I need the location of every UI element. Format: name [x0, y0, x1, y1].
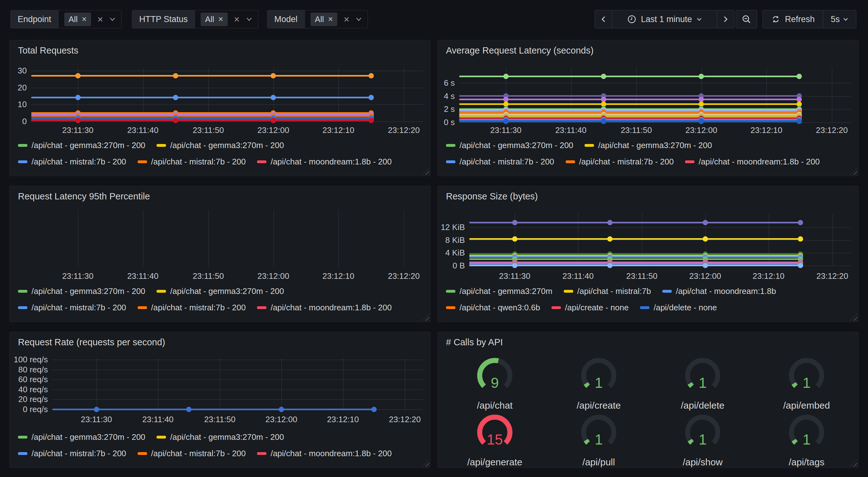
refresh-interval-select[interactable]: 5s [823, 10, 856, 28]
chevron-left-icon [601, 16, 606, 23]
panel-title[interactable]: # Calls by API [446, 337, 503, 348]
legend-item[interactable]: /api/chat - moondream:1.8b - 200 [257, 157, 392, 167]
time-shift-forward-button[interactable] [717, 10, 734, 28]
chevron-down-icon[interactable] [109, 17, 116, 22]
legend-swatch [157, 436, 166, 439]
remove-value-icon[interactable]: × [328, 15, 333, 24]
panel-resize-handle[interactable] [422, 460, 429, 467]
legend-label: /api/chat - moondream:1.8b - 200 [699, 157, 819, 167]
series-point [601, 97, 606, 102]
filter-http-status-value-box[interactable]: All × × [195, 10, 258, 28]
legend-item[interactable]: /api/chat - mistral:7b - 200 [566, 157, 674, 167]
grid-line-horizontal [31, 70, 423, 71]
legend-item[interactable]: /api/chat - mistral:7b - 200 [137, 303, 246, 312]
panel-title[interactable]: Average Request Latency (seconds) [446, 46, 594, 56]
legend: /api/chat - gemma3:270m/api/chat - mistr… [446, 287, 776, 312]
grafana-dashboard: Endpoint All × × HTTP Status All × × Mod [0, 0, 868, 477]
series-point [369, 95, 374, 100]
series-point [601, 119, 606, 124]
legend-label: /api/chat - gemma3:270m - 200 [31, 432, 145, 442]
legend-label: /api/chat - gemma3:270m - 200 [31, 141, 145, 150]
y-axis-tick-label: 80 req/s [10, 364, 48, 375]
clear-selection-icon[interactable]: × [97, 14, 103, 24]
legend-item[interactable]: /api/chat - gemma3:270m - 200 [157, 432, 284, 442]
clear-selection-icon[interactable]: × [344, 14, 349, 24]
filter-http-status-selected-pill[interactable]: All × [200, 12, 228, 26]
remove-value-icon[interactable]: × [218, 15, 223, 24]
panel-title[interactable]: Response Size (bytes) [446, 191, 538, 202]
legend-item[interactable]: /api/chat - gemma3:270m - 200 [446, 141, 573, 150]
y-axis-tick-label: 0 [10, 116, 27, 127]
pill-label: All [315, 14, 324, 24]
series-point [798, 263, 803, 268]
legend-item[interactable]: /api/chat - gemma3:270m - 200 [157, 141, 284, 150]
legend-swatch [552, 306, 561, 309]
legend-row: /api/chat - gemma3:270m - 200/api/chat -… [18, 287, 392, 296]
legend-swatch [564, 290, 573, 293]
legend-item[interactable]: /api/chat - mistral:7b - 200 [137, 157, 246, 167]
x-axis-tick-label: 23:11:50 [608, 125, 664, 136]
refresh-label: Refresh [785, 14, 815, 24]
legend-item[interactable]: /api/chat - gemma3:270m - 200 [585, 141, 712, 150]
time-shift-back-button[interactable] [595, 10, 612, 28]
filter-endpoint-value-box[interactable]: All × × [59, 10, 122, 28]
legend-item[interactable]: /api/chat - gemma3:270m - 200 [18, 141, 145, 150]
series-point [173, 73, 178, 79]
series-point [601, 74, 606, 79]
gauge-api-label: /api/tags [755, 457, 859, 468]
x-axis-tick-label: 23:12:20 [375, 125, 432, 136]
series-point [271, 118, 276, 123]
gauge--api-delete: 1/api/delete [651, 358, 755, 415]
legend-item[interactable]: /api/chat - mistral:7b - 200 [18, 157, 126, 167]
legend-item[interactable]: /api/chat - moondream:1.8b - 200 [685, 157, 819, 167]
filter-model-selected-pill[interactable]: All × [311, 12, 338, 26]
panel-resize-handle[interactable] [422, 168, 429, 175]
x-axis-tick-label: 23:11:40 [115, 125, 171, 136]
panel-title[interactable]: Request Rate (requests per second) [18, 337, 165, 348]
clear-selection-icon[interactable]: × [234, 14, 240, 24]
y-axis-tick-label: 2 s [438, 103, 455, 114]
x-axis-tick-label: 23:12:10 [310, 271, 367, 281]
legend-item[interactable]: /api/chat - moondream:1.8b - 200 [257, 449, 392, 458]
legend-item[interactable]: /api/chat - gemma3:270m - 200 [157, 287, 284, 296]
filter-endpoint-selected-pill[interactable]: All × [64, 12, 91, 26]
legend-item[interactable]: /api/chat - moondream:1.8b [662, 287, 776, 296]
zoom-out-time-button[interactable] [736, 10, 757, 28]
legend-item[interactable]: /api/chat - qwen3:0.6b [446, 303, 540, 312]
panel-resize-handle[interactable] [850, 314, 857, 321]
chevron-down-icon[interactable] [246, 17, 252, 22]
legend-row: /api/chat - mistral:7b - 200/api/chat - … [18, 449, 392, 458]
chevron-down-icon[interactable] [355, 17, 362, 22]
refresh-button[interactable]: Refresh [763, 10, 823, 28]
legend-item[interactable]: /api/chat - mistral:7b - 200 [446, 157, 554, 167]
legend-item[interactable]: /api/chat - gemma3:270m [446, 287, 552, 296]
legend-swatch [18, 452, 27, 455]
legend-item[interactable]: /api/create - none [552, 303, 629, 312]
legend-item[interactable]: /api/chat - gemma3:270m - 200 [18, 432, 145, 442]
remove-value-icon[interactable]: × [82, 15, 87, 24]
x-axis-tick-label: 23:11:40 [115, 271, 171, 281]
panel-title[interactable]: Total Requests [18, 46, 79, 56]
legend-item[interactable]: /api/chat - mistral:7b - 200 [18, 449, 126, 458]
time-range-picker[interactable]: Last 1 minute [612, 10, 717, 28]
legend-item[interactable]: /api/chat - mistral:7b - 200 [18, 303, 126, 312]
legend: /api/chat - gemma3:270m - 200/api/chat -… [18, 287, 392, 312]
y-axis-tick-label: 10 [10, 99, 27, 110]
chevron-down-icon [843, 17, 848, 21]
legend-item[interactable]: /api/chat - mistral:7b [564, 287, 651, 296]
zoom-out-icon [736, 10, 757, 28]
panel-resize-handle[interactable] [850, 168, 857, 175]
legend-item[interactable]: /api/chat - mistral:7b - 200 [137, 449, 246, 458]
panel-title[interactable]: Request Latency 95th Percentile [18, 191, 150, 202]
legend-item[interactable]: /api/chat - moondream:1.8b - 200 [257, 303, 392, 312]
legend-label: /api/chat - gemma3:270m - 200 [460, 141, 573, 150]
filter-model-value-box[interactable]: All × × [305, 10, 368, 28]
refresh-icon [771, 14, 780, 24]
legend-item[interactable]: /api/chat - gemma3:270m - 200 [18, 287, 145, 296]
series-point [797, 97, 802, 102]
legend-item[interactable]: /api/delete - none [640, 303, 717, 312]
x-axis-tick-label: 23:11:30 [486, 271, 543, 281]
legend-label: /api/chat - mistral:7b - 200 [31, 303, 126, 312]
legend-swatch [685, 160, 694, 163]
panel-resize-handle[interactable] [422, 314, 429, 321]
